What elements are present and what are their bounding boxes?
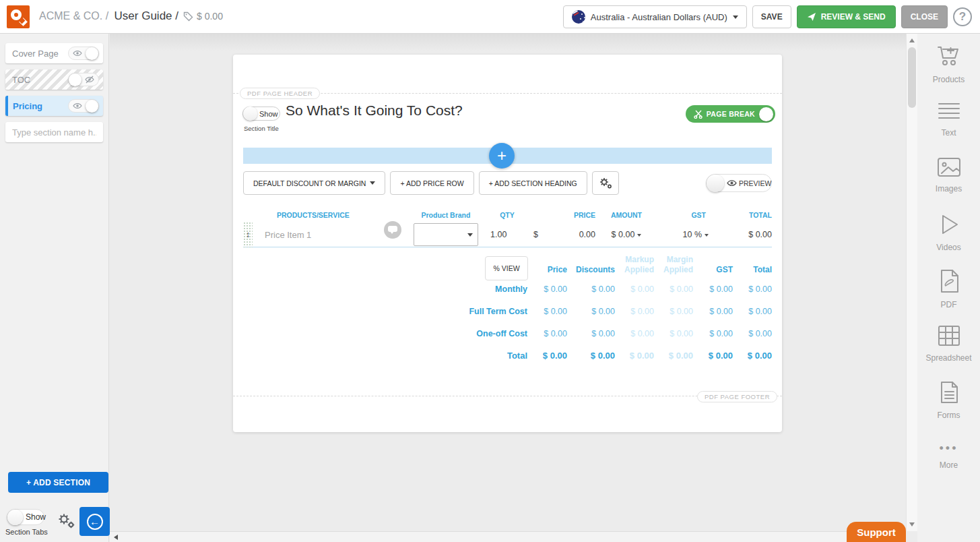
panel-item-text[interactable]: Text bbox=[917, 94, 980, 150]
image-icon bbox=[936, 156, 962, 181]
summary-header-row: Price Discounts Markup Applied Margin Ap… bbox=[422, 255, 772, 278]
pdf-file-icon bbox=[938, 268, 960, 297]
price-field[interactable]: $ 0.00 bbox=[528, 230, 595, 239]
price-row: ↕ Price Item 1 1.00 $ 0.00 $ 0.00 10 % bbox=[243, 222, 772, 247]
pricing-visibility-toggle[interactable] bbox=[68, 99, 99, 113]
review-send-button[interactable]: REVIEW & SEND bbox=[797, 5, 896, 28]
gears-icon bbox=[599, 177, 612, 189]
arrow-left-icon: ← bbox=[87, 514, 103, 530]
panel-item-images[interactable]: Images bbox=[917, 150, 980, 206]
document-page: PDF PAGE HEADER Show Section Title So Wh… bbox=[233, 55, 782, 432]
horizontal-scrollbar[interactable] bbox=[110, 531, 906, 542]
summary-col-discounts: Discounts bbox=[567, 255, 615, 278]
paper-plane-icon bbox=[807, 12, 816, 22]
price-table-header: PRODUCTS/SERVICE Product Brand QTY PRICE… bbox=[243, 208, 772, 222]
panel-item-products[interactable]: Products bbox=[917, 34, 980, 94]
summary-row-monthly: Monthly $ 0.00 $ 0.00 $ 0.00 $ 0.00 $ 0.… bbox=[422, 278, 772, 300]
add-content-button[interactable]: + bbox=[489, 143, 515, 169]
section-tabs-toggle[interactable]: Show bbox=[7, 509, 44, 525]
new-section-card bbox=[5, 122, 103, 142]
sidebar-item-toc[interactable]: TOC bbox=[5, 69, 103, 90]
add-section-button[interactable]: + ADD SECTION bbox=[8, 472, 108, 493]
currency-label: Australia - Australian Dollars (AUD) bbox=[591, 12, 727, 22]
preview-toggle[interactable]: PREVIEW bbox=[706, 174, 772, 192]
summary-row-total: Total $ 0.00 $ 0.00 $ 0.00 $ 0.00 $ 0.00… bbox=[422, 344, 772, 367]
breadcrumb-company[interactable]: ACME & CO. / bbox=[39, 10, 108, 22]
totals-summary: Price Discounts Markup Applied Margin Ap… bbox=[422, 255, 772, 367]
save-button[interactable]: SAVE bbox=[752, 5, 791, 28]
eye-icon bbox=[727, 179, 737, 187]
gst-dropdown[interactable]: 10 % bbox=[657, 230, 713, 239]
section-title-text[interactable]: So What's It Going To Cost? bbox=[286, 102, 463, 119]
section-label: TOC bbox=[12, 75, 30, 85]
text-lines-icon bbox=[936, 100, 962, 125]
sidebar-settings-button[interactable] bbox=[57, 512, 75, 531]
currency-select[interactable]: Australia - Australian Dollars (AUD) bbox=[563, 5, 747, 28]
sidebar-item-cover-page[interactable]: Cover Page bbox=[5, 43, 103, 63]
australia-flag-icon bbox=[572, 10, 585, 24]
panel-item-more[interactable]: ••• More bbox=[917, 429, 980, 485]
scroll-down-arrow[interactable] bbox=[909, 522, 915, 526]
pdf-page-header-tag[interactable]: PDF PAGE HEADER bbox=[240, 88, 320, 99]
drag-handle[interactable]: ↕ bbox=[243, 222, 253, 247]
panel-item-forms[interactable]: Forms bbox=[917, 373, 980, 429]
quote-total-value: $ 0.00 bbox=[197, 11, 223, 22]
summary-col-markup: Markup Applied bbox=[615, 255, 654, 278]
vertical-scrollbar[interactable] bbox=[906, 34, 917, 531]
pdf-page-footer-tag[interactable]: PDF PAGE FOOTER bbox=[697, 391, 777, 402]
section-title-show-toggle[interactable]: Show bbox=[242, 107, 280, 121]
col-product-brand: Product Brand bbox=[405, 211, 486, 219]
cover-page-visibility-toggle[interactable] bbox=[68, 47, 99, 60]
price-item-name-field[interactable]: Price Item 1 bbox=[258, 230, 405, 240]
editor-canvas: PDF PAGE HEADER Show Section Title So Wh… bbox=[110, 34, 906, 531]
summary-col-gst: GST bbox=[693, 255, 733, 278]
support-button[interactable]: Support bbox=[847, 522, 906, 542]
summary-col-total: Total bbox=[733, 255, 772, 278]
spreadsheet-grid-icon bbox=[936, 324, 962, 350]
add-section-heading-button[interactable]: + ADD SECTION HEADING bbox=[479, 171, 587, 195]
col-amount: AMOUNT bbox=[595, 211, 657, 219]
sidebar-item-pricing[interactable]: Pricing bbox=[5, 96, 103, 116]
section-label: Pricing bbox=[13, 101, 42, 111]
page-break-toggle[interactable]: PAGE BREAK bbox=[686, 105, 775, 123]
collapse-sidebar-button[interactable]: ← bbox=[79, 507, 110, 536]
comment-icon[interactable] bbox=[384, 221, 401, 239]
col-qty: QTY bbox=[486, 211, 528, 219]
help-button[interactable]: ? bbox=[953, 7, 972, 26]
default-discount-dropdown[interactable]: DEFAULT DISCOUNT OR MARGIN bbox=[243, 171, 385, 195]
panel-item-spreadsheet[interactable]: Spreadsheet bbox=[917, 318, 980, 373]
chevron-down-icon bbox=[705, 234, 709, 237]
add-price-row-button[interactable]: + ADD PRICE ROW bbox=[390, 171, 473, 195]
amount-dropdown[interactable]: $ 0.00 bbox=[595, 230, 657, 239]
breadcrumb-page[interactable]: User Guide / bbox=[115, 9, 178, 22]
qty-field[interactable]: 1.00 bbox=[486, 230, 528, 239]
col-total: TOTAL bbox=[713, 211, 772, 219]
col-gst: GST bbox=[657, 211, 713, 219]
topbar: ACME & CO. / User Guide / $ 0.00 Austral… bbox=[0, 0, 980, 34]
gears-icon bbox=[57, 512, 75, 530]
chevron-down-icon bbox=[637, 234, 641, 237]
cart-plus-icon bbox=[936, 44, 962, 71]
scrollbar-thumb[interactable] bbox=[908, 47, 916, 108]
product-brand-select[interactable] bbox=[414, 223, 478, 246]
col-products-service: PRODUCTS/SERVICE bbox=[258, 211, 405, 219]
panel-item-pdf[interactable]: PDF bbox=[917, 262, 980, 318]
close-button[interactable]: CLOSE bbox=[901, 5, 948, 28]
form-document-icon bbox=[938, 380, 960, 407]
chevron-down-icon bbox=[370, 181, 375, 185]
quotient-logo[interactable] bbox=[7, 5, 30, 28]
scissors-icon bbox=[694, 110, 703, 119]
eye-icon bbox=[73, 102, 82, 110]
section-label: Cover Page bbox=[12, 49, 59, 59]
panel-item-videos[interactable]: Videos bbox=[917, 206, 980, 262]
section-title-caption: Section Title bbox=[244, 125, 279, 132]
pricing-settings-button[interactable] bbox=[592, 171, 619, 195]
chevron-down-icon bbox=[467, 233, 473, 237]
scroll-up-arrow[interactable] bbox=[909, 38, 915, 42]
summary-col-price: Price bbox=[527, 255, 567, 278]
toc-visibility-toggle[interactable] bbox=[68, 73, 99, 86]
breadcrumb: ACME & CO. / User Guide / bbox=[39, 9, 178, 23]
new-section-name-input[interactable] bbox=[5, 122, 103, 142]
scroll-left-arrow[interactable] bbox=[114, 535, 118, 540]
quote-total-tag: $ 0.00 bbox=[183, 11, 223, 22]
